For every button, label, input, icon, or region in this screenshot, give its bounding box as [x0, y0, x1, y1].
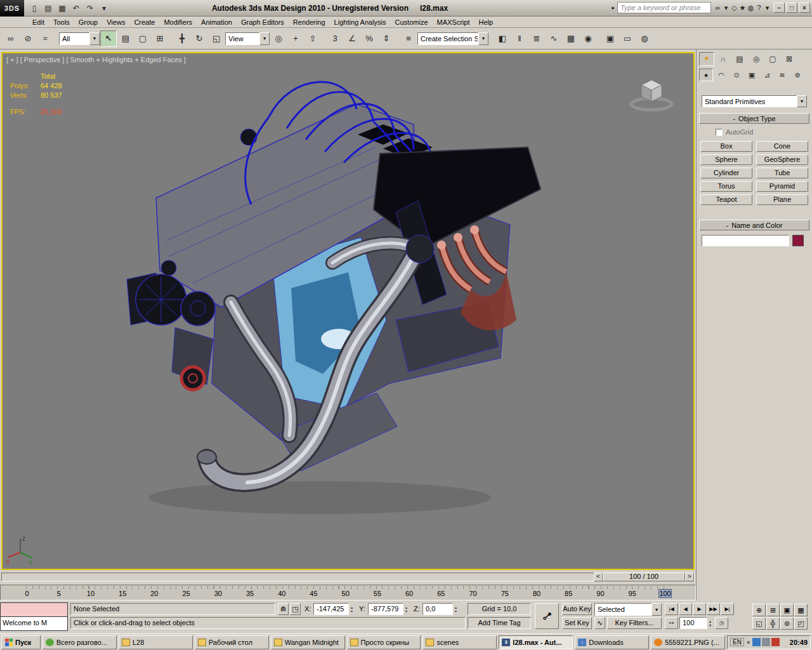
material-editor-icon[interactable]: ◉ — [580, 30, 596, 47]
object-type-rollout-header[interactable]: - Object Type — [699, 113, 809, 124]
object-name-input[interactable] — [702, 235, 789, 246]
absolute-offset-mode-toggle[interactable]: ◳ — [290, 603, 301, 615]
maximize-button[interactable]: □ — [786, 3, 797, 13]
go-to-end-button[interactable]: ▶| — [721, 603, 734, 615]
downloads-task-button[interactable]: ↓Downloads — [575, 635, 649, 649]
rectangular-selection-region-icon[interactable]: ▢ — [134, 30, 151, 47]
use-pivot-point-center-icon[interactable]: ◎ — [270, 30, 287, 47]
keyboard-shortcut-override-icon[interactable]: ⇧ — [304, 30, 321, 47]
select-and-move-icon[interactable]: ╋ — [174, 30, 190, 47]
subscription-center-icon[interactable]: ◇ — [730, 3, 738, 14]
modifiers-menu-item[interactable]: Modifiers — [159, 18, 197, 27]
y-coordinate-field[interactable]: -877,579 — [368, 603, 403, 615]
scenes-task-button[interactable]: scenes — [422, 635, 497, 649]
helpers-category-icon[interactable]: ⊿ — [760, 69, 774, 81]
select-and-manipulate-icon[interactable]: + — [287, 30, 304, 47]
edit-named-selection-sets-icon[interactable]: ≡ — [400, 30, 417, 47]
views-menu-item[interactable]: Views — [102, 18, 129, 27]
search-options-chevron-icon[interactable]: ▾ — [722, 3, 730, 14]
snap-toggle-3d-icon[interactable]: 3 — [327, 30, 343, 47]
wangan-midnight-task-button[interactable]: Wangan Midnight — [271, 635, 345, 649]
graph-editors-menu-item[interactable]: Graph Editors — [237, 18, 289, 27]
select-and-scale-icon[interactable]: ◱ — [208, 30, 225, 47]
рабочий-стол-task-button[interactable]: Рабочий стол — [195, 635, 269, 649]
select-object-icon[interactable]: ↖ — [100, 30, 117, 47]
search-input[interactable] — [617, 2, 711, 13]
tray-antivirus-icon[interactable] — [771, 638, 780, 646]
maxscript-menu-item[interactable]: MAXScript — [433, 18, 475, 27]
redo-icon[interactable]: ↷ — [84, 2, 96, 15]
layer-manager-icon[interactable]: ≣ — [528, 30, 545, 47]
default-in-out-tangents-button[interactable]: ∿ — [594, 617, 605, 629]
communication-center-icon[interactable]: ◍ — [747, 3, 755, 14]
sphere-button[interactable]: Sphere — [700, 154, 752, 165]
infocenter-arrow-icon[interactable]: ▸ — [612, 4, 615, 11]
set-key-button[interactable]: Set Key — [562, 617, 592, 629]
perspective-viewport[interactable]: [ + ] [ Perspective ] [ Smooth + Highlig… — [1, 52, 695, 570]
utilities-tab-icon[interactable]: ⊠ — [782, 52, 797, 66]
scene-menu-icon[interactable]: ▾ — [98, 2, 110, 15]
cone-button[interactable]: Cone — [756, 141, 808, 152]
z-spinner[interactable]: ▴▾ — [453, 603, 459, 615]
zoom-extents-icon[interactable]: ▣ — [780, 604, 794, 616]
start-button[interactable]: Пуск — [1, 635, 41, 649]
geometry-category-icon[interactable]: ● — [699, 69, 713, 81]
maximize-viewport-toggle-icon[interactable]: ◰ — [794, 617, 808, 630]
named-selection-sets-dropdown[interactable]: Create Selection Se▾ — [417, 32, 488, 45]
l28-max-aut-task-button[interactable]: 3l28.max - Aut... — [499, 635, 573, 649]
time-configuration-button[interactable]: ◷ — [715, 617, 728, 629]
tray-volume-icon[interactable] — [762, 638, 770, 646]
subcategory-dropdown[interactable]: Standard Primitives ▾ — [702, 95, 807, 107]
3ds-max-logo[interactable]: 3DS — [0, 0, 24, 17]
tools-menu-item[interactable]: Tools — [49, 18, 74, 27]
auto-key-button[interactable]: Auto Key — [562, 603, 592, 615]
next-frame-button[interactable]: ▶▶ — [707, 603, 720, 615]
reference-coordinate-system-dropdown[interactable]: View▾ — [225, 32, 270, 45]
maxscript-mini-listener[interactable]: Welcome to M — [0, 602, 68, 631]
hierarchy-tab-icon[interactable]: ▤ — [732, 52, 747, 66]
l28-task-button[interactable]: L28 — [119, 635, 193, 649]
previous-frame-arrow[interactable]: < — [594, 573, 603, 581]
shapes-category-icon[interactable]: ◠ — [714, 69, 728, 81]
time-slider-track[interactable] — [1, 573, 695, 581]
lights-category-icon[interactable]: ⊙ — [730, 69, 743, 81]
schematic-view-icon[interactable]: ▦ — [563, 30, 579, 47]
mirror-icon[interactable]: ◧ — [494, 30, 511, 47]
play-button[interactable]: ▶ — [693, 603, 706, 615]
create-tab-icon[interactable]: * — [699, 52, 714, 66]
track-bar[interactable]: 0510152025303540455055606570758085909510… — [0, 585, 696, 600]
help-icon[interactable]: ? — [755, 2, 763, 13]
pan-icon[interactable]: ╬ — [766, 617, 780, 630]
chevron-down-icon[interactable]: ▾ — [478, 32, 488, 45]
chevron-down-icon[interactable]: ▾ — [89, 32, 100, 45]
motion-tab-icon[interactable]: ◎ — [749, 52, 764, 66]
z-coordinate-field[interactable]: 0,0 — [422, 603, 453, 615]
просто-скрины-task-button[interactable]: Просто скрины — [347, 635, 421, 649]
edit-menu-item[interactable]: Edit — [28, 18, 49, 27]
chevron-down-icon[interactable]: ▾ — [652, 603, 662, 616]
bind-to-space-warp-icon[interactable]: ≈ — [37, 30, 53, 47]
animation-menu-item[interactable]: Animation — [197, 18, 237, 27]
add-time-tag[interactable]: Add Time Tag — [468, 617, 531, 629]
create-menu-item[interactable]: Create — [129, 18, 159, 27]
search-binoculars-icon[interactable]: ∞ — [714, 2, 722, 13]
go-to-start-button[interactable]: |◀ — [665, 603, 678, 615]
всего-разгово-task-button[interactable]: Всего разгово... — [43, 635, 117, 649]
geosphere-button[interactable]: GeoSphere — [756, 154, 808, 165]
teapot-button[interactable]: Teapot — [700, 194, 752, 205]
curve-editor-icon[interactable]: ∿ — [546, 30, 562, 47]
name-color-rollout-header[interactable]: - Name and Color — [699, 220, 809, 230]
space-warps-category-icon[interactable]: ≋ — [775, 69, 789, 81]
cameras-category-icon[interactable]: ▣ — [745, 69, 759, 81]
customize-menu-item[interactable]: Customize — [391, 18, 433, 27]
tube-button[interactable]: Tube — [756, 168, 808, 178]
select-and-rotate-icon[interactable]: ↻ — [191, 30, 207, 47]
systems-category-icon[interactable]: ⊛ — [790, 69, 804, 81]
modify-tab-icon[interactable]: ∩ — [716, 52, 731, 66]
lighting-analysis-menu-item[interactable]: Lighting Analysis — [330, 18, 391, 27]
tray-chevron[interactable]: « — [747, 639, 750, 646]
render-setup-icon[interactable]: ▣ — [602, 30, 619, 47]
viewport-label[interactable]: [ + ] [ Perspective ] [ Smooth + Highlig… — [6, 56, 186, 63]
chevron-down-icon[interactable]: ▾ — [259, 32, 270, 45]
key-mode-dropdown[interactable]: Selected ▾ — [594, 603, 662, 616]
